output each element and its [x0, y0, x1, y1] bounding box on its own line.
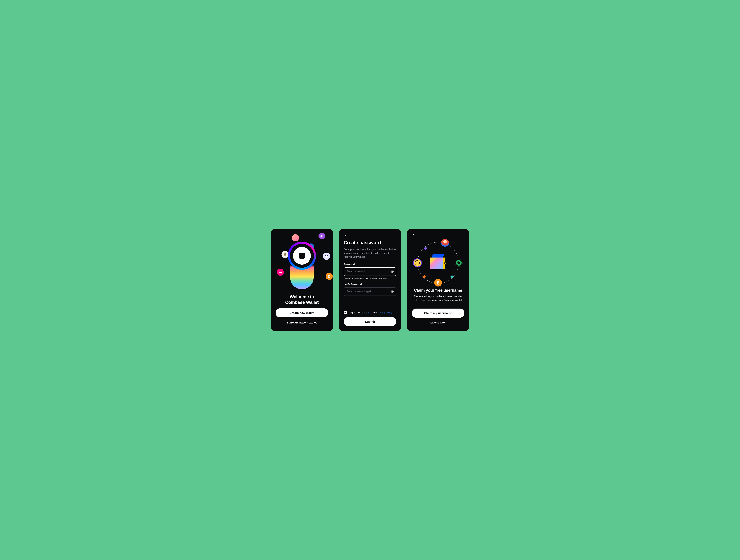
existing-wallet-button[interactable]: I already have a wallet: [276, 319, 328, 326]
svg-point-3: [325, 255, 326, 256]
wallet-icon: [430, 256, 446, 270]
maybe-later-button[interactable]: Maybe later: [412, 319, 464, 326]
eye-off-icon: [390, 270, 394, 273]
megaphone-icon: [318, 233, 325, 239]
plate-green-icon: [455, 259, 462, 266]
claim-username-screen: ₿ Claim your free username Remembering y…: [407, 229, 469, 331]
create-password-screen: Create password Set a password to unlock…: [339, 229, 401, 331]
verify-password-label: Verify Password: [344, 283, 396, 286]
screens-row: Welcome to Coinbase Wallet Create new wa…: [271, 229, 469, 331]
svg-point-1: [284, 254, 286, 256]
svg-point-4: [327, 255, 328, 256]
password-label: Password: [344, 263, 396, 266]
toggle-password-visibility-button[interactable]: [390, 269, 394, 274]
submit-button[interactable]: Submit: [344, 317, 396, 326]
verify-password-input[interactable]: [347, 290, 388, 293]
coin-token-icon: [414, 259, 421, 266]
svg-point-5: [326, 256, 326, 256]
welcome-hero: [276, 233, 328, 293]
agree-row: I agree with the terms and privacy polic…: [344, 311, 396, 314]
password-hint: At least 8 characters, with at least 1 n…: [344, 277, 396, 280]
agree-text: I agree with the terms and privacy polic…: [349, 311, 392, 314]
back-button[interactable]: [344, 233, 348, 237]
create-password-title: Create password: [344, 240, 396, 245]
verify-password-input-wrap: [344, 288, 396, 296]
coinbase-logo-icon: [293, 247, 311, 264]
claim-username-title: Claim your free username: [412, 288, 464, 293]
claim-username-description: Remembering your wallet address is easie…: [412, 295, 464, 302]
eye-off-icon: [390, 290, 394, 293]
check-icon: [344, 311, 347, 314]
agree-checkbox[interactable]: [344, 311, 347, 314]
panda-nft-icon: [323, 253, 330, 260]
toggle-verify-visibility-button[interactable]: [390, 289, 394, 294]
arrow-left-icon: [412, 233, 415, 237]
back-button[interactable]: [412, 233, 416, 237]
svg-point-6: [327, 256, 328, 256]
arrow-left-icon: [344, 233, 348, 237]
avatar-icon: [441, 239, 449, 247]
create-wallet-button[interactable]: Create new wallet: [276, 308, 328, 317]
coinbase-hero-illustration: [288, 242, 316, 285]
privacy-link[interactable]: privacy policy: [378, 311, 392, 314]
ape-nft-icon: [281, 251, 289, 258]
password-input-wrap: [344, 267, 396, 276]
avatar-woman-icon: [292, 234, 299, 241]
progress-indicator: [351, 235, 396, 235]
create-password-description: Set a password to unlock your wallet eac…: [344, 247, 396, 259]
bitcoin-icon: [325, 272, 333, 281]
welcome-screen: Welcome to Coinbase Wallet Create new wa…: [271, 229, 333, 331]
welcome-title-line2: Coinbase Wallet: [276, 300, 328, 305]
bitcoin-icon: ₿: [434, 279, 442, 287]
unicorn-icon: [277, 268, 284, 276]
welcome-title-line1: Welcome to: [276, 294, 328, 300]
terms-link[interactable]: terms: [366, 311, 372, 314]
password-input[interactable]: [347, 270, 388, 273]
claim-username-button[interactable]: Claim my username: [412, 309, 464, 318]
